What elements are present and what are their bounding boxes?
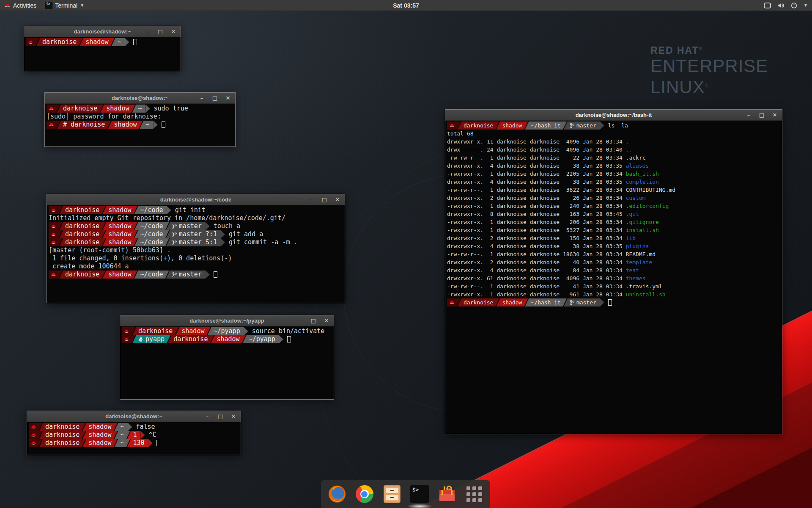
terminal-content[interactable]: darknoiseshadow~falsedarknoiseshadow~1^C…: [27, 422, 241, 455]
terminal-window-bash-it: darknoise@shadow:~/bash-it – □ ✕ darknoi…: [445, 109, 782, 434]
git-branch-icon: [570, 123, 574, 129]
terminal-line: -rw-rw-r--. 1 darknoise darknoise 22 Jan…: [447, 154, 782, 162]
activities-button[interactable]: Activities: [0, 0, 41, 11]
chrome-icon[interactable]: [355, 484, 374, 504]
maximize-button[interactable]: □: [321, 194, 327, 205]
terminal-line: drwxrwxr-x. 4 darknoise darknoise 84 Jan…: [447, 266, 782, 274]
terminal-line: [sudo] password for darknoise:: [47, 113, 235, 121]
terminal-line: drwxrwxr-x. 4 darknoise darknoise 38 Jan…: [447, 242, 782, 250]
terminal-line: total 68: [447, 130, 782, 138]
titlebar[interactable]: darknoise@shadow:~ – □ ✕: [24, 26, 181, 37]
prompt-git-segment: master: [564, 121, 600, 130]
prompt-path-segment: ~/code: [134, 206, 167, 214]
window-title: darknoise@shadow:~/bash-it: [445, 112, 782, 118]
git-branch-icon: [172, 224, 177, 229]
prompt-host-segment: shadow: [102, 230, 137, 238]
prompt-arrow: [600, 298, 604, 306]
registered-mark: ®: [699, 46, 703, 51]
file-name: .gitignore: [626, 219, 659, 225]
terminal-line: [master (root-commit) 50bcb63] .: [49, 246, 345, 254]
titlebar[interactable]: darknoise@shadow:~/code – □ ✕: [47, 194, 345, 205]
maximize-button[interactable]: □: [759, 110, 765, 121]
system-status-area[interactable]: ▼: [764, 0, 812, 11]
terminal-app-icon: $>: [45, 2, 52, 9]
prompt-arrow: [206, 271, 210, 279]
maximize-button[interactable]: □: [310, 315, 316, 326]
titlebar[interactable]: darknoise@shadow:~/pyapp – □ ✕: [120, 315, 334, 326]
prompt-git-segment: master: [166, 271, 206, 279]
python-venv-icon: [138, 337, 143, 342]
prompt-exit-segment: 130: [127, 439, 148, 447]
file-name: ..: [626, 146, 633, 153]
prompt-user-segment: darknoise: [59, 238, 105, 246]
prompt-path-segment: ~/bash-it: [525, 121, 566, 130]
minimize-button[interactable]: –: [746, 110, 752, 121]
prompt-arrow: [221, 230, 225, 238]
prompt-arrow: [167, 206, 171, 214]
minimize-button[interactable]: –: [204, 411, 210, 422]
titlebar[interactable]: darknoise@shadow:~ – □ ✕: [45, 93, 235, 104]
file-name: uninstall.sh: [626, 291, 666, 298]
terminal-line: pyappdarknoiseshadow~/pyapp: [122, 335, 334, 343]
file-manager-icon[interactable]: [382, 484, 402, 504]
close-button[interactable]: ✕: [324, 315, 329, 326]
terminal-line: drwxrwxr-x. 61 darknoise darknoise 4096 …: [447, 274, 782, 282]
chevron-down-icon: ▼: [804, 3, 808, 8]
terminal-line: darknoiseshadow~false: [29, 423, 241, 431]
minimize-button[interactable]: –: [199, 93, 205, 104]
firefox-icon[interactable]: [327, 484, 347, 504]
titlebar[interactable]: darknoise@shadow:~ – □ ✕: [27, 411, 241, 422]
close-button[interactable]: ✕: [335, 194, 340, 205]
terminal-line: -rw-rw-r--. 1 darknoise darknoise 41 Jan…: [447, 282, 782, 290]
redhat-prompt-icon: [51, 232, 56, 237]
maximize-button[interactable]: □: [217, 411, 223, 422]
terminal-content[interactable]: darknoiseshadow~/pyappsource bin/activat…: [120, 326, 334, 399]
prompt-arrow: [221, 238, 225, 246]
terminal-line: -rwxrwxr-x. 1 darknoise darknoise 5327 J…: [447, 226, 782, 234]
terminal-line: drwxrwxr-x. 2 darknoise darknoise 26 Jan…: [447, 194, 782, 202]
terminal-line: -rwxrwxr-x. 1 darknoise darknoise 206 Ja…: [447, 218, 782, 226]
file-name: install.sh: [626, 227, 659, 233]
redhat-prompt-icon: [51, 224, 56, 229]
prompt-arrow: [141, 431, 145, 439]
prompt-user-segment: darknoise: [59, 230, 105, 238]
app-menu-terminal[interactable]: $> Terminal ▼: [41, 0, 88, 11]
prompt-host-segment: shadow: [496, 121, 528, 130]
prompt-user-segment: darknoise: [39, 423, 85, 431]
redhat-prompt-icon: [31, 441, 36, 445]
terminal-line: -rwxrwxr-x. 1 darknoise darknoise 961 Ja…: [447, 290, 782, 298]
terminal-line: Initialized empty Git repository in /hom…: [49, 214, 345, 222]
terminal-content[interactable]: darknoiseshadow~/codegit initInitialized…: [47, 205, 345, 303]
terminal-content[interactable]: darknoiseshadow~/bash-itmasterls -latota…: [445, 121, 782, 434]
prompt-user-segment: darknoise: [132, 327, 178, 335]
prompt-user-segment: darknoise: [59, 271, 105, 279]
terminal-dock-icon[interactable]: $>: [410, 484, 429, 504]
terminal-content[interactable]: darknoiseshadow~sudo true[sudo] password…: [45, 104, 235, 146]
minimize-button[interactable]: –: [308, 194, 314, 205]
git-branch-icon: [172, 232, 177, 237]
window-title: darknoise@shadow:~/code: [47, 196, 345, 203]
prompt-user-segment: darknoise: [39, 431, 85, 439]
show-applications-icon[interactable]: [465, 484, 484, 504]
titlebar[interactable]: darknoise@shadow:~/bash-it – □ ✕: [445, 110, 782, 121]
close-button[interactable]: ✕: [772, 110, 778, 121]
redhat-prompt-icon: [31, 425, 36, 429]
clock[interactable]: Sat 03:57: [0, 2, 812, 9]
maximize-button[interactable]: □: [212, 93, 218, 104]
redhat-prompt-icon: [51, 272, 56, 277]
brand-redhat: RED HAT: [650, 45, 699, 56]
close-button[interactable]: ✕: [170, 26, 176, 37]
minimize-button[interactable]: –: [297, 315, 303, 326]
minimize-button[interactable]: –: [144, 26, 150, 37]
prompt-arrow: [206, 222, 210, 230]
close-button[interactable]: ✕: [225, 93, 231, 104]
redhat-prompt-icon: [28, 40, 33, 44]
toolbox-icon[interactable]: [437, 484, 457, 504]
file-name: .ackrc: [626, 155, 646, 161]
terminal-content[interactable]: darknoiseshadow~: [24, 37, 181, 71]
redhat-prompt-icon: [449, 123, 455, 128]
maximize-button[interactable]: □: [157, 26, 163, 37]
running-indicator: [407, 504, 432, 508]
drawer: [386, 495, 398, 500]
close-button[interactable]: ✕: [230, 411, 236, 422]
